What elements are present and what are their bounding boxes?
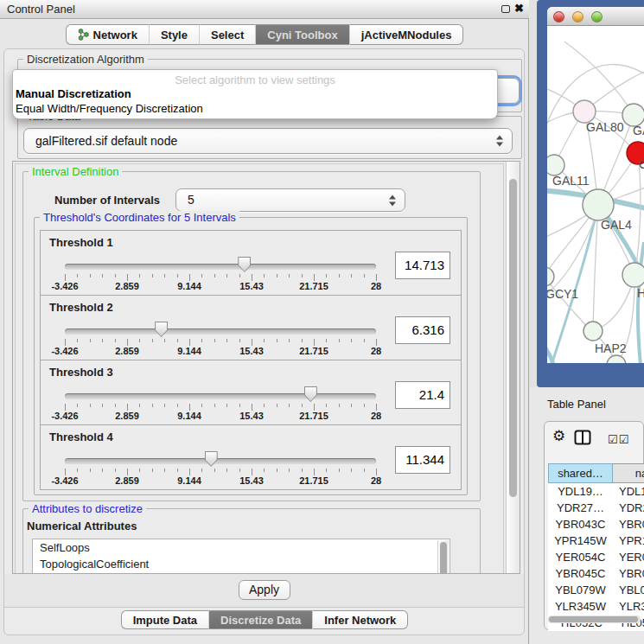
checkbox-filter-icons[interactable]: ☑☑ [608, 433, 629, 446]
apply-button[interactable]: Apply [239, 580, 290, 600]
close-icon[interactable]: ✖ [514, 2, 524, 15]
table-row[interactable]: YER054CYER054C [548, 549, 644, 565]
slider-tick [226, 404, 227, 407]
attribute-list-item[interactable]: SelfLoops [33, 539, 450, 556]
combo-spinner-icon[interactable] [496, 136, 503, 147]
table-cell-shared-name[interactable]: YLR345W [548, 598, 613, 615]
threshold-slider-thumb[interactable] [205, 451, 218, 467]
zoom-traffic-light[interactable] [591, 11, 603, 22]
scrollbar-thumb[interactable] [509, 179, 517, 497]
table-cell-shared-name[interactable]: YBR043C [548, 516, 613, 532]
slider-tick [139, 404, 140, 407]
gear-icon[interactable]: ⚙ [552, 427, 565, 444]
algorithm-option-equal-width[interactable]: Equal Width/Frequency Discretization [16, 101, 497, 116]
table-row[interactable]: YDL19…YDL19 [548, 483, 644, 500]
network-node-gal4[interactable] [583, 189, 614, 220]
settings-vertical-scrollbar[interactable] [506, 162, 520, 573]
mode-tab-impute-data[interactable]: Impute Data [121, 610, 208, 629]
table-row[interactable]: YBR043CYBR043C [548, 516, 644, 532]
tab-style[interactable]: Style [149, 24, 199, 45]
scrollbar-thumb[interactable] [549, 616, 638, 622]
attribute-list-item[interactable]: TopologicalCoefficient [33, 556, 450, 572]
network-node-label: HAP2 [595, 341, 627, 355]
table-data-combobox[interactable]: galFiltered.sif default node [23, 128, 513, 154]
table-cell-name[interactable]: YBL079W [613, 582, 644, 598]
attributes-list-scrollbar[interactable] [437, 540, 449, 574]
table-row[interactable]: YDR27…YDR27 [548, 500, 644, 516]
slider-tick [189, 404, 190, 411]
table-row[interactable]: YBL079WYBL079W [548, 582, 644, 598]
threshold-slider-track[interactable] [65, 458, 376, 464]
threshold-slider-track[interactable] [65, 393, 376, 399]
slider-tick [90, 404, 91, 407]
network-node-hap2[interactable] [583, 322, 603, 341]
slider-tick [127, 469, 128, 475]
table-row[interactable]: YBR045CYBR045C [548, 565, 644, 582]
table-cell-shared-name[interactable]: YBR045C [548, 565, 613, 582]
slider-tick-label: 2.859 [115, 411, 139, 421]
threshold-slider-track[interactable] [65, 264, 376, 270]
table-cell-name[interactable]: YER054C [613, 549, 644, 565]
table-cell-shared-name[interactable]: YDL19… [548, 483, 613, 500]
slider-tick [164, 339, 165, 342]
algorithm-group-title: Discretization Algorithm [23, 53, 148, 66]
slider-tick [177, 404, 178, 407]
number-of-intervals-spinner[interactable]: 5 [175, 188, 405, 212]
table-cell-shared-name[interactable]: YBL079W [548, 582, 613, 598]
tab-select[interactable]: Select [199, 24, 255, 45]
table-column-header-name[interactable]: name [613, 463, 644, 483]
minimize-traffic-light[interactable] [572, 11, 583, 22]
mode-tab-infer-network[interactable]: Infer Network [312, 610, 408, 629]
slider-tick [302, 339, 303, 342]
threshold-value-field[interactable]: 21.4 [395, 381, 450, 409]
table-cell-shared-name[interactable]: YDR27… [548, 500, 613, 516]
network-node-gcy1[interactable] [547, 267, 554, 286]
threshold-slider-track[interactable] [65, 328, 376, 335]
threshold-value-field[interactable]: 6.316 [395, 316, 450, 344]
table-row[interactable]: YLR345WYLR345W [548, 598, 644, 615]
slider-tick [314, 404, 315, 411]
slider-tick [314, 339, 315, 346]
slider-tick-label: 15.43 [239, 411, 264, 421]
network-node[interactable] [607, 355, 626, 363]
slider-tick [214, 274, 215, 277]
numerical-attributes-list: SelfLoopsTopologicalCoefficientBetweenne… [32, 539, 450, 574]
table-row[interactable]: YPR145WYPR145W [548, 532, 644, 549]
settings-scroll-viewport: Interval Definition Number of Intervals … [12, 161, 520, 574]
slider-tick-label: 9.144 [177, 281, 201, 291]
table-cell-name[interactable]: YBR043C [613, 516, 644, 532]
tab-network[interactable]: Network [66, 24, 149, 45]
threshold-value-field[interactable]: 14.713 [395, 252, 450, 279]
float-window-icon[interactable] [501, 5, 510, 13]
algorithm-option-manual[interactable]: Manual Discretization [16, 86, 497, 101]
slider-tick [77, 469, 78, 472]
network-edge-highlighted[interactable] [638, 242, 644, 363]
threshold-value-field[interactable]: 11.344 [395, 446, 450, 474]
threshold-slider-thumb[interactable] [304, 386, 317, 402]
table-cell-name[interactable]: YBR045C [613, 565, 644, 582]
close-traffic-light[interactable] [553, 11, 564, 22]
threshold-slider-thumb[interactable] [238, 257, 251, 272]
table-cell-shared-name[interactable]: YER054C [548, 549, 613, 565]
slider-tick [289, 404, 290, 407]
tab-cyni-toolbox[interactable]: Cyni Toolbox [255, 24, 348, 45]
table-column-header-shared-[interactable]: shared… [548, 463, 613, 483]
network-node-h[interactable] [622, 263, 644, 287]
table-cell-name[interactable]: YPR145W [613, 532, 644, 549]
mode-tab-discretize-data[interactable]: Discretize Data [208, 610, 312, 629]
table-cell-name[interactable]: YDR27 [613, 500, 644, 516]
spinner-arrows-icon[interactable] [389, 194, 396, 206]
slider-tick [252, 469, 252, 475]
slider-tick-label: 15.43 [239, 346, 264, 356]
tab-jactivemnodules[interactable]: jActiveMNodules [349, 24, 464, 45]
slider-tick [90, 469, 91, 472]
threshold-slider-thumb[interactable] [155, 322, 168, 337]
columns-icon[interactable] [574, 430, 591, 445]
network-node-gal11[interactable] [547, 155, 564, 175]
network-canvas[interactable]: GAL80GACGAL11GAL4GCY1HHAP2 [547, 26, 644, 363]
table-cell-shared-name[interactable]: YPR145W [548, 532, 613, 549]
table-horizontal-scrollbar[interactable] [548, 615, 641, 623]
slider-tick [339, 274, 340, 277]
table-cell-name[interactable]: YDL19 [613, 483, 644, 500]
table-cell-name[interactable]: YLR345W [613, 598, 644, 615]
